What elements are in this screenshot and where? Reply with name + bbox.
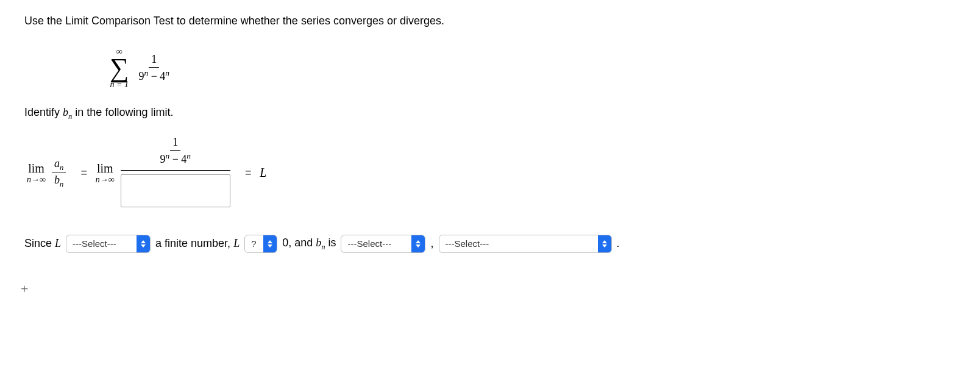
limit-numerator-fraction: 1 9n − 4n xyxy=(157,135,193,166)
conclusion-sentence: Since L ---Select--- a finite number, L … xyxy=(24,235,956,253)
series-denominator: 9n − 4n xyxy=(136,68,172,84)
svg-marker-0 xyxy=(141,240,146,243)
limit-fraction-input: 1 9n − 4n xyxy=(121,135,230,210)
select-bn-behavior[interactable]: ---Select--- xyxy=(341,235,425,253)
series-expression: ∞ ∑ n = 1 1 9n − 4n xyxy=(110,45,956,89)
chevron-up-down-icon xyxy=(263,235,277,252)
svg-marker-6 xyxy=(602,240,607,243)
equals-2: = xyxy=(245,166,252,179)
svg-marker-7 xyxy=(602,244,607,248)
sigma-icon: ∑ xyxy=(110,56,129,80)
svg-marker-4 xyxy=(416,240,421,243)
bn-answer-input[interactable] xyxy=(121,174,230,207)
select-L-compare-zero[interactable]: ? xyxy=(244,235,277,253)
limit-value-L: L xyxy=(260,166,266,180)
identify-line: Identify bn in the following limit. xyxy=(24,106,956,121)
chevron-up-down-icon xyxy=(598,235,611,252)
an-over-bn: an bn xyxy=(52,157,66,189)
lim-right: lim n→∞ xyxy=(96,162,115,184)
equals-1: = xyxy=(80,166,87,179)
plus-icon[interactable]: + xyxy=(21,281,956,297)
svg-marker-5 xyxy=(416,244,421,248)
limit-expression: lim n→∞ an bn = lim n→∞ 1 9n − 4n = L xyxy=(27,135,956,210)
select-conclusion[interactable]: ---Select--- xyxy=(439,235,612,253)
question-prompt: Use the Limit Comparison Test to determi… xyxy=(24,15,956,27)
svg-marker-2 xyxy=(268,240,272,243)
chevron-up-down-icon xyxy=(137,235,150,252)
svg-marker-3 xyxy=(268,244,272,248)
sum-lower: n = 1 xyxy=(110,80,128,89)
series-term: 1 9n − 4n xyxy=(136,52,172,84)
select-L-relation[interactable]: ---Select--- xyxy=(66,235,151,253)
series-numerator: 1 xyxy=(149,52,159,67)
lim-left: lim n→∞ xyxy=(27,162,46,184)
chevron-up-down-icon xyxy=(411,235,425,252)
svg-marker-1 xyxy=(141,244,146,248)
